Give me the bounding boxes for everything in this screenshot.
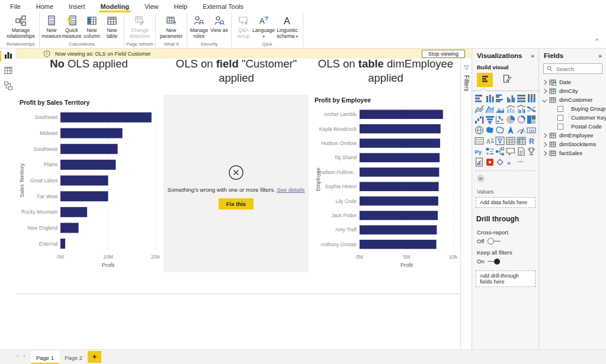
line-and-clustered-column-chart-icon[interactable]	[517, 104, 526, 114]
manage-relationships-button[interactable]: Manage relationships	[4, 13, 37, 40]
r-script-visual-icon[interactable]: R	[527, 136, 536, 146]
bar[interactable]	[360, 167, 439, 177]
kpi-icon[interactable]: A	[485, 136, 495, 146]
field-item-factsales[interactable]: factSales	[539, 149, 606, 157]
field-checkbox[interactable]	[557, 106, 563, 112]
bar[interactable]	[360, 240, 437, 249]
slicer-icon[interactable]	[495, 136, 505, 146]
bar[interactable]	[60, 239, 65, 249]
field-search[interactable]	[543, 63, 602, 74]
tab-page-2[interactable]: Page 2	[59, 351, 88, 364]
power-apps-icon[interactable]	[485, 157, 495, 167]
stacked-column-chart-icon[interactable]	[485, 94, 495, 103]
custom-visual-w[interactable]: w	[477, 175, 485, 182]
collapse-pane-icon[interactable]: »	[531, 52, 534, 59]
new-measure-button[interactable]: New measure	[41, 13, 62, 40]
sidebar-item-data-view[interactable]	[0, 64, 17, 79]
table-icon[interactable]	[506, 136, 515, 146]
filled-map-icon[interactable]	[485, 125, 495, 135]
collapse-ribbon-icon[interactable]: ^	[595, 40, 601, 44]
bar[interactable]	[360, 226, 437, 235]
funnel-chart-icon[interactable]	[485, 115, 495, 124]
sidebar-item-report-view[interactable]	[0, 49, 17, 64]
field-checkbox[interactable]	[557, 115, 563, 121]
line-and-stacked-column-chart-icon[interactable]	[506, 104, 515, 114]
chevron-down-icon[interactable]	[542, 97, 547, 102]
chevron-right-icon[interactable]	[542, 79, 547, 84]
pct-stacked-bar-chart-icon[interactable]	[517, 94, 526, 103]
donut-chart-icon[interactable]	[517, 115, 526, 124]
bar[interactable]	[60, 207, 87, 217]
bar[interactable]	[60, 191, 108, 201]
bar[interactable]	[360, 153, 440, 163]
field-item-dimemployee[interactable]: dimEmployee	[539, 131, 606, 140]
field-item-dimstockitems[interactable]: dimStockItems	[539, 140, 606, 149]
ribbon-tab-file[interactable]: File	[2, 1, 28, 12]
field-item-date[interactable]: Date	[539, 78, 606, 86]
ribbon-tab-insert[interactable]: Insert	[61, 1, 93, 12]
sidebar-item-model-view[interactable]	[0, 79, 17, 95]
bar[interactable]	[60, 223, 79, 233]
cross-report-toggle[interactable]: Off	[472, 238, 539, 244]
stacked-area-chart-icon[interactable]	[495, 104, 505, 114]
field-item-buying-group[interactable]: Buying Group	[539, 104, 606, 113]
see-details-link[interactable]: See details	[277, 186, 304, 193]
page-nav-arrows[interactable]: ‹›	[17, 353, 30, 359]
ribbon-tab-modeling[interactable]: Modeling	[93, 1, 137, 12]
quick-measure-button[interactable]: Quick measure	[62, 13, 82, 40]
drill-through-field-well[interactable]: Add drill-through fields here	[476, 270, 536, 287]
chevron-right-icon[interactable]	[542, 133, 547, 137]
clustered-column-chart-icon[interactable]	[506, 94, 515, 103]
q-a-setup-button[interactable]: Q&A setup	[233, 13, 254, 40]
key-influencers-icon[interactable]	[485, 147, 495, 156]
language-button[interactable]: ALanguage ▾	[254, 13, 274, 40]
qna-visual-icon[interactable]	[506, 147, 515, 156]
python-visual-icon[interactable]: Py	[474, 147, 484, 156]
new-column-button[interactable]: New column	[82, 13, 102, 40]
keep-all-filters-toggle[interactable]: On	[472, 258, 539, 265]
bar-chart-sales-territory[interactable]: Profit by Sales Territory 0M10M20MSouthe…	[18, 97, 160, 272]
bar[interactable]	[360, 138, 440, 148]
power-bi-flow-icon[interactable]: »	[506, 157, 515, 167]
bar[interactable]	[60, 160, 116, 170]
collapse-pane-icon[interactable]: »	[598, 52, 602, 59]
view-as-button[interactable]: View as	[209, 13, 229, 34]
azure-map-icon[interactable]	[506, 125, 515, 135]
chevron-right-icon[interactable]	[542, 88, 547, 93]
treemap-icon[interactable]	[527, 115, 536, 124]
fix-this-button[interactable]: Fix this	[219, 198, 254, 210]
values-field-well[interactable]: Add data fields here	[476, 197, 536, 208]
bar[interactable]	[360, 197, 438, 206]
multi-row-card-icon[interactable]	[474, 136, 484, 146]
pie-chart-icon[interactable]	[506, 115, 515, 124]
filters-pane-collapsed[interactable]: Filters	[460, 59, 472, 349]
new-parameter-button[interactable]: ?New parameter	[158, 13, 185, 40]
ribbon-chart-icon[interactable]	[527, 104, 536, 114]
linguistic-schema-button[interactable]: ALinguistic schema ▾	[274, 13, 301, 40]
error-visual[interactable]: Something's wrong with one or more filte…	[163, 95, 309, 272]
field-item-dimcity[interactable]: dimCity	[539, 86, 606, 95]
card-icon[interactable]: 123	[527, 125, 536, 135]
metrics-icon[interactable]	[527, 147, 536, 156]
tab-page-1[interactable]: Page 1	[31, 351, 59, 364]
new-table-button[interactable]: New table	[102, 13, 122, 40]
chevron-right-icon[interactable]	[542, 150, 547, 155]
textbox-ols-field[interactable]: OLS on field "Customer" applied	[163, 57, 309, 85]
bar[interactable]	[360, 211, 438, 220]
bar[interactable]	[360, 109, 443, 119]
ribbon-tab-help[interactable]: Help	[166, 1, 195, 12]
build-visual-tab[interactable]	[477, 73, 493, 87]
power-automate-icon[interactable]	[495, 157, 505, 167]
bar[interactable]	[60, 176, 108, 186]
bar[interactable]	[60, 144, 118, 154]
stacked-bar-chart-icon[interactable]	[474, 94, 484, 103]
ribbon-tab-external-tools[interactable]: External Tools	[195, 1, 251, 12]
bar[interactable]	[360, 124, 441, 134]
manage-roles-button[interactable]: Manage roles	[189, 13, 209, 40]
bar-chart-employee[interactable]: Profit by Employee 0M5M10MArcher LambleK…	[313, 95, 457, 272]
ribbon-tab-home[interactable]: Home	[28, 1, 61, 12]
chevron-right-icon[interactable]	[542, 141, 547, 146]
decomposition-tree-icon[interactable]	[495, 147, 505, 156]
bar[interactable]	[60, 128, 123, 138]
ribbon-tab-view[interactable]: View	[137, 1, 166, 12]
